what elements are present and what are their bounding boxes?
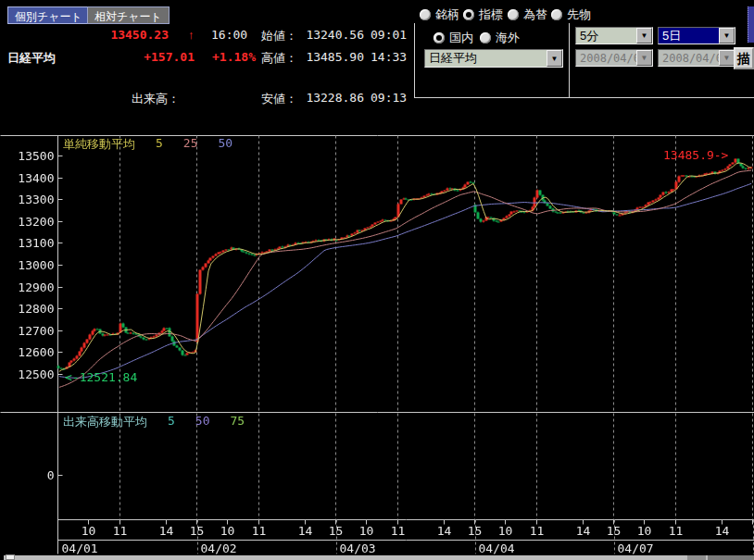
sma-period-25: 25: [183, 136, 198, 153]
header-bottom-divider: [414, 97, 754, 98]
last-price: 13450.23: [100, 28, 169, 42]
period-select[interactable]: 5日 ▼: [658, 27, 735, 44]
radio-circle-icon: [551, 9, 562, 20]
price-change: +157.01: [100, 50, 195, 64]
date-from-field: 2008/04/01 ▼: [575, 49, 653, 67]
chevron-down-icon[interactable]: ▼: [719, 28, 735, 44]
instrument-name: 日経平均: [7, 50, 56, 67]
high-value: 13485.90: [303, 50, 364, 64]
high-label: 高値：: [261, 50, 297, 67]
header-vertical-divider-1: [414, 23, 415, 98]
vma-period-5: 5: [168, 414, 175, 430]
chart-application-window: 個別チャート 相対チャート 日経平均 13450.23 ↑ 16:00 +157…: [0, 0, 754, 560]
chevron-down-icon: ▼: [636, 50, 652, 66]
header-vertical-divider-2: [569, 23, 570, 98]
vma-legend-title: 出来高移動平均: [63, 414, 147, 430]
open-value: 13240.56: [303, 28, 364, 42]
sma-legend-title: 単純移動平均: [63, 136, 135, 153]
price-up-arrow-icon: ↑: [188, 28, 195, 42]
chevron-down-icon[interactable]: ▼: [636, 28, 652, 44]
radio-overseas[interactable]: 海外: [480, 30, 520, 46]
horizontal-scrollbar-button[interactable]: [708, 555, 754, 560]
horizontal-scrollbar-track[interactable]: [4, 555, 754, 560]
tab-relative-chart[interactable]: 相対チャート: [87, 6, 170, 24]
radio-index[interactable]: 指標: [463, 6, 503, 23]
radio-circle-icon: [508, 9, 519, 20]
low-time: 09:13: [371, 91, 407, 105]
sma-period-5: 5: [156, 136, 163, 153]
high-time: 14:33: [371, 50, 407, 64]
price-change-percent: +1.18%: [211, 50, 256, 64]
window-scrollbar-sliver[interactable]: [748, 6, 754, 43]
radio-forex[interactable]: 為替: [508, 6, 547, 23]
horizontal-scrollbar-button[interactable]: [687, 555, 706, 560]
radio-circle-icon: [434, 32, 445, 44]
radio-stocks[interactable]: 銘柄: [420, 6, 459, 23]
radio-futures[interactable]: 先物: [551, 6, 591, 23]
radio-circle-icon: [463, 9, 474, 20]
chevron-down-icon[interactable]: ▼: [547, 50, 562, 67]
price-ma-legend: 単純移動平均 5 25 50: [63, 136, 232, 153]
candlestick-chart-canvas[interactable]: [0, 130, 754, 555]
period-low-annotation: <-12521.84: [65, 370, 137, 384]
open-label: 始値：: [261, 28, 297, 44]
period-high-annotation: 13485.9->: [663, 148, 728, 162]
volume-label: 出来高：: [132, 91, 180, 107]
vma-period-50: 50: [195, 414, 210, 430]
radio-circle-icon: [420, 9, 431, 20]
radio-circle-icon: [480, 32, 491, 44]
draw-chart-button[interactable]: 描: [734, 47, 754, 69]
interval-select[interactable]: 5分 ▼: [575, 27, 653, 44]
sma-period-50: 50: [218, 136, 232, 153]
volume-ma-legend: 出来高移動平均 5 50 75: [63, 414, 245, 430]
low-label: 安値：: [261, 91, 297, 107]
last-price-time: 16:00: [211, 28, 247, 42]
tab-individual-chart[interactable]: 個別チャート: [7, 6, 90, 24]
vma-period-75: 75: [230, 414, 245, 430]
horizontal-scrollbar-thumb[interactable]: [6, 554, 15, 560]
instrument-select[interactable]: 日経平均 ▼: [424, 49, 563, 68]
low-value: 13228.86: [303, 91, 364, 105]
open-time: 09:01: [371, 28, 407, 42]
radio-domestic[interactable]: 国内: [434, 30, 473, 46]
date-to-field: 2008/04/07 ▼: [658, 49, 735, 67]
chevron-down-icon: ▼: [719, 50, 735, 66]
